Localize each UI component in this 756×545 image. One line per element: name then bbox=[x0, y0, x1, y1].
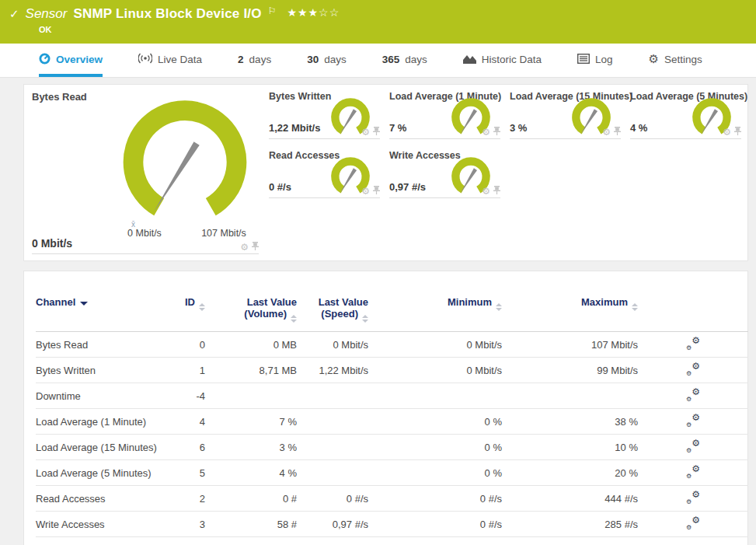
tab-label: Overview bbox=[56, 54, 103, 65]
table-header-row: Channel ID Last Value (Volume) Last Valu… bbox=[36, 271, 748, 332]
gauge-current-value: 3 % bbox=[510, 122, 527, 134]
last-value-volume: 4 % bbox=[205, 460, 297, 486]
table-row: Bytes Read 0 0 MB 0 Mbit/s 0 Mbit/s 107 … bbox=[36, 332, 748, 358]
sort-desc-icon bbox=[80, 302, 88, 306]
pin-icon[interactable] bbox=[493, 126, 500, 138]
column-header-last-value-speed[interactable]: Last Value (Speed) bbox=[297, 271, 368, 332]
channel-id: 6 bbox=[160, 435, 205, 460]
minimum-value bbox=[368, 383, 502, 409]
tab-overview[interactable]: Overview bbox=[39, 44, 103, 77]
gauge-min-label: 0 Mbit/s bbox=[110, 228, 179, 239]
sort-icon bbox=[199, 303, 205, 311]
maximum-value: 107 Mbit/s bbox=[502, 332, 638, 358]
last-value-volume: 8,71 MB bbox=[205, 358, 297, 383]
table-row: Bytes Written 1 8,71 MB 1,22 Mbit/s 0 Mb… bbox=[36, 358, 748, 383]
minimum-value: 0 % bbox=[368, 409, 502, 435]
gear-icon: ⚙ bbox=[649, 54, 659, 65]
pin-icon[interactable] bbox=[614, 126, 621, 138]
last-value-speed bbox=[297, 383, 368, 409]
column-header-last-value-volume[interactable]: Last Value (Volume) bbox=[205, 271, 297, 332]
pin-icon[interactable] bbox=[252, 241, 259, 253]
tab-label: Live Data bbox=[158, 54, 202, 65]
tab-number: 2 bbox=[238, 54, 244, 65]
tab-2-days[interactable]: 2 days bbox=[238, 44, 271, 77]
broadcast-icon bbox=[138, 53, 152, 66]
channel-settings-icon[interactable]: ⚙⚙ bbox=[686, 363, 700, 376]
column-header-id[interactable]: ID bbox=[160, 271, 205, 332]
sort-icon bbox=[291, 315, 297, 323]
channel-id: 3 bbox=[160, 512, 205, 537]
gauge-settings-gear-icon[interactable]: ⚙ bbox=[723, 128, 731, 137]
gauge-write-accesses: Write Accesses 0,97 #/s ⚙ bbox=[389, 150, 500, 198]
maximum-value: 38 % bbox=[502, 409, 638, 435]
tab-number: 365 bbox=[382, 54, 400, 65]
flag-icon[interactable]: ⚐ bbox=[268, 5, 277, 16]
channel-settings-icon[interactable]: ⚙⚙ bbox=[686, 414, 700, 427]
last-value-speed: 1,22 Mbit/s bbox=[297, 358, 368, 383]
channel-settings-icon[interactable]: ⚙⚙ bbox=[686, 491, 700, 504]
sensor-type-label: Sensor bbox=[26, 6, 68, 22]
pin-icon[interactable] bbox=[734, 126, 741, 138]
channel-name: Write Accesses bbox=[36, 512, 160, 537]
priority-stars[interactable]: ★★★☆☆ bbox=[287, 6, 340, 19]
table-row: Read Accesses 2 0 # 0 #/s 0 #/s 444 #/s … bbox=[36, 486, 748, 512]
gauge-current-value: 0,97 #/s bbox=[389, 181, 426, 193]
column-header-maximum[interactable]: Maximum bbox=[502, 271, 638, 332]
tab-log[interactable]: Log bbox=[577, 44, 613, 77]
channel-name: Bytes Read bbox=[36, 332, 160, 358]
sensor-title: SNMP Linux Block Device I/O bbox=[73, 6, 261, 22]
last-value-speed: 0 #/s bbox=[297, 486, 368, 512]
maximum-value: 20 % bbox=[502, 460, 638, 486]
sensor-header: ✓ Sensor SNMP Linux Block Device I/O ⚐ ★… bbox=[0, 0, 756, 44]
table-row: Downtime -4 ⚙⚙ bbox=[36, 383, 748, 409]
tab-label: days bbox=[324, 54, 347, 65]
tab-label: days bbox=[405, 54, 427, 65]
tab-label: days bbox=[249, 54, 272, 65]
minimum-value: 0 Mbit/s bbox=[368, 332, 502, 358]
sort-icon bbox=[496, 303, 502, 311]
tab-number: 30 bbox=[307, 54, 319, 65]
channels-table-panel: Channel ID Last Value (Volume) Last Valu… bbox=[23, 271, 748, 545]
minimum-value: 0 % bbox=[368, 435, 502, 460]
channel-id: 0 bbox=[160, 332, 205, 358]
small-gauges-grid: Bytes Written 1,22 Mbit/s ⚙ Load Average… bbox=[269, 91, 741, 254]
channel-settings-icon[interactable]: ⚙⚙ bbox=[686, 466, 700, 478]
channel-id: -4 bbox=[160, 383, 205, 409]
last-value-speed: 0,97 #/s bbox=[297, 512, 368, 537]
tab-settings[interactable]: ⚙ Settings bbox=[649, 44, 702, 77]
gauge-settings-gear-icon[interactable]: ⚙ bbox=[361, 128, 370, 137]
gauge-read-accesses: Read Accesses 0 #/s ⚙ bbox=[269, 150, 380, 198]
gauge-settings-gear-icon[interactable]: ⚙ bbox=[482, 128, 490, 137]
gauge-settings-gear-icon[interactable]: ⚙ bbox=[482, 187, 490, 196]
channel-settings-icon[interactable]: ⚙⚙ bbox=[686, 389, 700, 401]
minimum-value: 0 Mbit/s bbox=[368, 358, 502, 383]
tab-label: Settings bbox=[664, 54, 702, 65]
gauge-settings-gear-icon[interactable]: ⚙ bbox=[602, 128, 611, 137]
tab-live-data[interactable]: Live Data bbox=[138, 44, 202, 77]
channel-settings-icon[interactable]: ⚙⚙ bbox=[686, 517, 700, 529]
tab-30-days[interactable]: 30 days bbox=[307, 44, 347, 77]
gauge-max-label: 107 Mbit/s bbox=[189, 228, 259, 239]
pin-icon[interactable] bbox=[493, 185, 500, 197]
column-header-minimum[interactable]: Minimum bbox=[368, 271, 502, 332]
pin-icon[interactable] bbox=[373, 185, 380, 197]
minimum-value: 0 #/s bbox=[368, 512, 502, 537]
pin-icon[interactable] bbox=[373, 126, 380, 138]
table-row: Write Accesses 3 58 # 0,97 #/s 0 #/s 285… bbox=[36, 512, 748, 537]
gauge-current-value: 7 % bbox=[389, 122, 406, 134]
channel-settings-icon[interactable]: ⚙⚙ bbox=[686, 440, 700, 452]
column-header-channel[interactable]: Channel bbox=[36, 271, 160, 332]
gauge-load-average-5min: Load Average (5 Minutes) 4 % ⚙ bbox=[630, 91, 741, 139]
maximum-value: 10 % bbox=[502, 435, 638, 460]
channel-name: Downtime bbox=[36, 383, 160, 409]
gauges-panel: Bytes Read x̄ 0 Mbit/s 107 Mbit/s 0 Mbit… bbox=[23, 84, 748, 261]
gauge-current-value: 0 Mbit/s bbox=[32, 237, 72, 250]
tab-365-days[interactable]: 365 days bbox=[382, 44, 427, 77]
channel-settings-icon[interactable]: ⚙⚙ bbox=[686, 337, 700, 350]
table-row: Load Average (15 Minutes) 6 3 % 0 % 10 %… bbox=[36, 435, 748, 460]
gauge-settings-gear-icon[interactable]: ⚙ bbox=[361, 187, 370, 196]
tab-historic-data[interactable]: Historic Data bbox=[463, 44, 542, 77]
gauge-settings-gear-icon[interactable]: ⚙ bbox=[240, 243, 249, 252]
gauge-bytes-read: Bytes Read x̄ 0 Mbit/s 107 Mbit/s 0 Mbit… bbox=[32, 91, 259, 254]
table-row: Load Average (5 Minutes) 5 4 % 0 % 20 % … bbox=[36, 460, 748, 486]
